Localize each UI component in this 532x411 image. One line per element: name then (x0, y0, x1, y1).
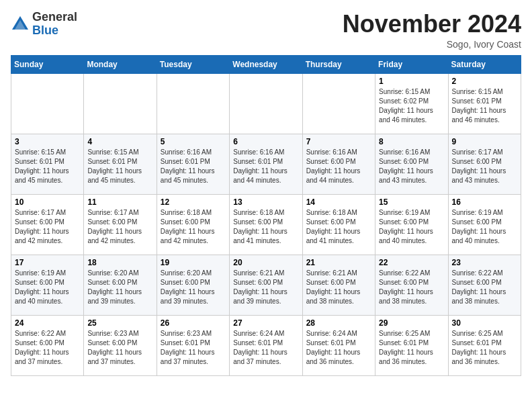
calendar-week-row: 24Sunrise: 6:22 AM Sunset: 6:00 PM Dayli… (11, 315, 521, 375)
calendar-cell: 21Sunrise: 6:21 AM Sunset: 6:00 PM Dayli… (302, 255, 375, 315)
day-info: Sunrise: 6:23 AM Sunset: 6:01 PM Dayligh… (161, 329, 226, 367)
day-info: Sunrise: 6:25 AM Sunset: 6:01 PM Dayligh… (379, 329, 444, 367)
calendar-cell: 19Sunrise: 6:20 AM Sunset: 6:00 PM Dayli… (157, 255, 229, 315)
day-info: Sunrise: 6:21 AM Sunset: 6:00 PM Dayligh… (233, 269, 298, 306)
calendar-cell: 13Sunrise: 6:18 AM Sunset: 6:00 PM Dayli… (230, 194, 302, 255)
calendar-cell: 15Sunrise: 6:19 AM Sunset: 6:00 PM Dayli… (375, 194, 448, 255)
weekday-header-row: SundayMondayTuesdayWednesdayThursdayFrid… (11, 55, 521, 73)
day-number: 6 (233, 137, 298, 146)
calendar-cell: 30Sunrise: 6:25 AM Sunset: 6:01 PM Dayli… (448, 315, 521, 375)
day-info: Sunrise: 6:18 AM Sunset: 6:00 PM Dayligh… (306, 208, 371, 246)
weekday-header-cell: Wednesday (230, 55, 302, 73)
day-number: 27 (233, 318, 298, 328)
header: General Blue November 2024 Sogo, Ivory C… (11, 11, 521, 50)
calendar-cell: 26Sunrise: 6:23 AM Sunset: 6:01 PM Dayli… (157, 315, 229, 375)
day-number: 21 (306, 258, 371, 267)
calendar-cell: 6Sunrise: 6:16 AM Sunset: 6:01 PM Daylig… (230, 134, 302, 194)
day-info: Sunrise: 6:23 AM Sunset: 6:00 PM Dayligh… (87, 329, 152, 367)
calendar-cell: 1Sunrise: 6:15 AM Sunset: 6:02 PM Daylig… (375, 73, 448, 134)
calendar-week-row: 17Sunrise: 6:19 AM Sunset: 6:00 PM Dayli… (11, 255, 521, 315)
day-number: 23 (452, 258, 517, 267)
day-number: 28 (306, 318, 371, 328)
logo-general-text: General (32, 10, 77, 24)
day-info: Sunrise: 6:22 AM Sunset: 6:00 PM Dayligh… (379, 269, 444, 306)
calendar-cell: 28Sunrise: 6:24 AM Sunset: 6:01 PM Dayli… (302, 315, 375, 375)
calendar-cell: 25Sunrise: 6:23 AM Sunset: 6:00 PM Dayli… (84, 315, 157, 375)
day-info: Sunrise: 6:25 AM Sunset: 6:01 PM Dayligh… (452, 329, 517, 367)
day-info: Sunrise: 6:17 AM Sunset: 6:00 PM Dayligh… (452, 148, 517, 185)
day-number: 18 (87, 258, 152, 267)
day-number: 7 (306, 137, 371, 146)
day-number: 26 (161, 318, 226, 328)
day-number: 10 (15, 197, 80, 207)
calendar-cell (11, 73, 84, 134)
calendar-cell: 27Sunrise: 6:24 AM Sunset: 6:01 PM Dayli… (230, 315, 302, 375)
day-info: Sunrise: 6:16 AM Sunset: 6:01 PM Dayligh… (233, 148, 298, 185)
title-area: November 2024 Sogo, Ivory Coast (343, 11, 521, 50)
logo-blue-text: Blue (32, 24, 58, 37)
calendar-cell: 2Sunrise: 6:15 AM Sunset: 6:01 PM Daylig… (448, 73, 521, 134)
calendar-cell: 23Sunrise: 6:22 AM Sunset: 6:00 PM Dayli… (448, 255, 521, 315)
calendar-cell: 10Sunrise: 6:17 AM Sunset: 6:00 PM Dayli… (11, 194, 84, 255)
day-number: 17 (15, 258, 80, 267)
day-number: 22 (379, 258, 444, 267)
day-number: 13 (233, 197, 298, 207)
calendar-cell: 8Sunrise: 6:16 AM Sunset: 6:00 PM Daylig… (375, 134, 448, 194)
day-info: Sunrise: 6:18 AM Sunset: 6:00 PM Dayligh… (161, 208, 226, 246)
weekday-header-cell: Sunday (11, 55, 84, 73)
calendar-table: SundayMondayTuesdayWednesdayThursdayFrid… (11, 55, 521, 376)
day-number: 8 (379, 137, 444, 146)
calendar-cell: 20Sunrise: 6:21 AM Sunset: 6:00 PM Dayli… (230, 255, 302, 315)
day-info: Sunrise: 6:19 AM Sunset: 6:00 PM Dayligh… (15, 269, 80, 306)
calendar-cell (230, 73, 302, 134)
weekday-header-cell: Tuesday (157, 55, 229, 73)
day-number: 9 (452, 137, 517, 146)
day-number: 24 (15, 318, 80, 328)
day-info: Sunrise: 6:20 AM Sunset: 6:00 PM Dayligh… (87, 269, 152, 306)
day-info: Sunrise: 6:24 AM Sunset: 6:01 PM Dayligh… (306, 329, 371, 367)
logo: General Blue (11, 11, 77, 38)
day-info: Sunrise: 6:17 AM Sunset: 6:00 PM Dayligh… (87, 208, 152, 246)
calendar-cell: 14Sunrise: 6:18 AM Sunset: 6:00 PM Dayli… (302, 194, 375, 255)
day-info: Sunrise: 6:15 AM Sunset: 6:01 PM Dayligh… (452, 87, 517, 125)
day-number: 30 (452, 318, 517, 328)
day-number: 3 (15, 137, 80, 146)
day-number: 19 (161, 258, 226, 267)
location-subtitle: Sogo, Ivory Coast (343, 39, 521, 50)
calendar-cell: 18Sunrise: 6:20 AM Sunset: 6:00 PM Dayli… (84, 255, 157, 315)
calendar-cell: 17Sunrise: 6:19 AM Sunset: 6:00 PM Dayli… (11, 255, 84, 315)
day-number: 25 (87, 318, 152, 328)
day-info: Sunrise: 6:16 AM Sunset: 6:00 PM Dayligh… (379, 148, 444, 185)
day-number: 1 (379, 77, 444, 86)
calendar-cell (302, 73, 375, 134)
day-number: 11 (87, 197, 152, 207)
weekday-header-cell: Friday (375, 55, 448, 73)
weekday-header-cell: Monday (84, 55, 157, 73)
day-number: 20 (233, 258, 298, 267)
weekday-header-cell: Thursday (302, 55, 375, 73)
day-number: 2 (452, 77, 517, 86)
calendar-cell (157, 73, 229, 134)
day-info: Sunrise: 6:20 AM Sunset: 6:00 PM Dayligh… (161, 269, 226, 306)
calendar-cell (84, 73, 157, 134)
calendar-week-row: 1Sunrise: 6:15 AM Sunset: 6:02 PM Daylig… (11, 73, 521, 134)
calendar-cell: 7Sunrise: 6:16 AM Sunset: 6:00 PM Daylig… (302, 134, 375, 194)
day-number: 12 (161, 197, 226, 207)
calendar-cell: 29Sunrise: 6:25 AM Sunset: 6:01 PM Dayli… (375, 315, 448, 375)
day-info: Sunrise: 6:15 AM Sunset: 6:02 PM Dayligh… (379, 87, 444, 125)
day-info: Sunrise: 6:16 AM Sunset: 6:01 PM Dayligh… (161, 148, 226, 185)
calendar-cell: 11Sunrise: 6:17 AM Sunset: 6:00 PM Dayli… (84, 194, 157, 255)
day-info: Sunrise: 6:22 AM Sunset: 6:00 PM Dayligh… (452, 269, 517, 306)
day-info: Sunrise: 6:19 AM Sunset: 6:00 PM Dayligh… (379, 208, 444, 246)
day-info: Sunrise: 6:16 AM Sunset: 6:00 PM Dayligh… (306, 148, 371, 185)
day-info: Sunrise: 6:17 AM Sunset: 6:00 PM Dayligh… (15, 208, 80, 246)
calendar-cell: 9Sunrise: 6:17 AM Sunset: 6:00 PM Daylig… (448, 134, 521, 194)
weekday-header-cell: Saturday (448, 55, 521, 73)
day-info: Sunrise: 6:19 AM Sunset: 6:00 PM Dayligh… (452, 208, 517, 246)
day-number: 14 (306, 197, 371, 207)
calendar-week-row: 10Sunrise: 6:17 AM Sunset: 6:00 PM Dayli… (11, 194, 521, 255)
day-number: 29 (379, 318, 444, 328)
day-number: 16 (452, 197, 517, 207)
calendar-cell: 16Sunrise: 6:19 AM Sunset: 6:00 PM Dayli… (448, 194, 521, 255)
day-number: 4 (87, 137, 152, 146)
